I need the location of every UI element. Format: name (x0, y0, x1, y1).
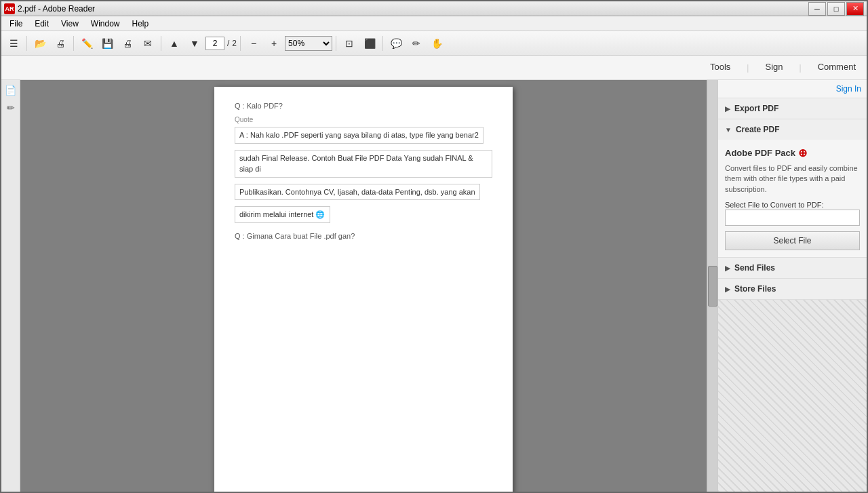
fit-width-button[interactable]: ⬛ (360, 34, 379, 53)
zoom-in-button[interactable]: + (264, 34, 283, 53)
sep1: | (747, 63, 749, 73)
pdf-a1-box4: dikirim melalui internet 🌐 (235, 206, 330, 223)
page-number-input[interactable] (205, 37, 224, 50)
toolbar-separator-5 (336, 36, 336, 51)
create-pdf-label: Create PDF (736, 125, 780, 134)
menu-help[interactable]: Help (127, 18, 155, 30)
pdf-scrollbar[interactable] (707, 80, 717, 492)
create-pdf-chevron: ▼ (725, 126, 732, 134)
page-nav: / 2 (205, 37, 237, 50)
fit-page-button[interactable]: ⊡ (340, 34, 359, 53)
send-files-chevron: ▶ (725, 264, 730, 272)
select-file-button[interactable]: Select File (725, 231, 860, 250)
comment-panel-button[interactable]: Comment (812, 59, 861, 76)
toolbar-separator-4 (240, 36, 241, 51)
adobe-pdf-pack-desc: Convert files to PDF and easily combine … (725, 163, 860, 195)
window-controls: ─ □ ✕ (808, 2, 864, 16)
print-envelope-button[interactable]: 🖨 (51, 34, 70, 53)
menu-window[interactable]: Window (85, 18, 125, 30)
store-files-section: ▶ Store Files (718, 279, 867, 300)
toolbar-separator-1 (26, 36, 27, 51)
scrollbar-thumb[interactable] (708, 266, 717, 307)
next-page-button[interactable]: ▼ (185, 34, 204, 53)
open-button[interactable]: 📂 (31, 34, 50, 53)
pdf-a1-box1: A : Nah kalo .PDF seperti yang saya bila… (235, 127, 484, 144)
export-pdf-label: Export PDF (734, 104, 778, 113)
pdf-q1-label: Q : Kalo PDF? (235, 100, 492, 112)
pdf-a1-box3: Publikasikan. Contohnya CV, Ijasah, data… (235, 184, 480, 201)
pdf-q2-label: Q : Gimana Cara buat File .pdf gan? (235, 231, 492, 242)
top-panel-bar: Tools | Sign | Comment (1, 56, 867, 80)
prev-page-button[interactable]: ▲ (165, 34, 184, 53)
email-button[interactable]: ✉ (138, 34, 157, 53)
right-panel-header: Sign In (718, 80, 867, 98)
adobe-pdf-pack-title: Adobe PDF Pack ⊕ (725, 146, 860, 159)
save-button[interactable]: 💾 (98, 34, 117, 53)
print-button[interactable]: 🖨 (118, 34, 137, 53)
left-sidebar: 📄 ✏ (1, 80, 20, 492)
tools-button[interactable]: Tools (705, 59, 736, 76)
store-files-label: Store Files (734, 284, 776, 294)
pdf-page-top: Q : Kalo PDF? Quote A : Nah kalo .PDF se… (214, 87, 513, 492)
select-file-label: Select File to Convert to PDF: (725, 201, 824, 209)
export-pdf-chevron: ▶ (725, 105, 730, 113)
send-files-label: Send Files (734, 263, 775, 273)
sign-in-link[interactable]: Sign In (836, 84, 861, 94)
adobe-pack-icon: ⊕ (798, 146, 807, 159)
export-pdf-section: ▶ Export PDF (718, 98, 867, 119)
pan-button[interactable]: ✋ (427, 34, 446, 53)
create-pdf-section: ▼ Create PDF Adobe PDF Pack ⊕ Convert fi… (718, 119, 867, 258)
send-files-section: ▶ Send Files (718, 258, 867, 279)
right-panel: Sign In ▶ Export PDF ▼ Create PDF Adobe … (717, 80, 867, 492)
quote-label-1: Quote (235, 116, 253, 123)
menu-view[interactable]: View (56, 18, 84, 30)
close-button[interactable]: ✕ (846, 2, 864, 16)
page-total-label: 2 (232, 39, 237, 48)
main-area: 📄 ✏ Q : Kalo PDF? Quote A : Nah kalo .PD… (1, 80, 867, 492)
highlight-button[interactable]: ✏ (407, 34, 426, 53)
edit-button[interactable]: ✏️ (77, 34, 96, 53)
sep2: | (800, 63, 802, 73)
store-files-header[interactable]: ▶ Store Files (718, 279, 867, 299)
menu-bar: File Edit View Window Help (1, 16, 867, 31)
right-panel-hatch (718, 300, 867, 492)
store-files-chevron: ▶ (725, 285, 730, 293)
comment-button[interactable]: 💬 (387, 34, 406, 53)
menu-file[interactable]: File (4, 18, 28, 30)
app-icon: AR (4, 3, 15, 14)
menu-edit[interactable]: Edit (29, 18, 54, 30)
pdf-a1-box2: sudah Final Release. Contoh Buat File PD… (235, 150, 492, 178)
toolbar-separator-3 (161, 36, 161, 51)
toolbar: ☰ 📂 🖨 ✏️ 💾 🖨 ✉ ▲ ▼ / 2 − + 50% 75% 100% … (1, 31, 867, 56)
send-files-header[interactable]: ▶ Send Files (718, 258, 867, 278)
window-title: 2.pdf - Adobe Reader (18, 4, 95, 14)
zoom-select[interactable]: 50% 75% 100% 125% 150% 200% (285, 36, 332, 51)
hamburger-button[interactable]: ☰ (4, 34, 23, 53)
create-pdf-body: Adobe PDF Pack ⊕ Convert files to PDF an… (718, 140, 867, 257)
sign-button[interactable]: Sign (760, 59, 788, 76)
sidebar-tools-icon[interactable]: ✏ (3, 100, 18, 115)
minimize-button[interactable]: ─ (808, 2, 826, 16)
page-separator: / (227, 39, 229, 48)
toolbar-separator-2 (73, 36, 74, 51)
sidebar-pages-icon[interactable]: 📄 (3, 83, 18, 98)
zoom-out-button[interactable]: − (244, 34, 263, 53)
pdf-area: Q : Kalo PDF? Quote A : Nah kalo .PDF se… (20, 80, 707, 492)
title-bar: AR 2.pdf - Adobe Reader ─ □ ✕ (1, 1, 867, 16)
select-file-input[interactable] (725, 210, 860, 226)
restore-button[interactable]: □ (827, 2, 845, 16)
toolbar-separator-6 (382, 36, 383, 51)
export-pdf-header[interactable]: ▶ Export PDF (718, 98, 867, 119)
create-pdf-header[interactable]: ▼ Create PDF (718, 119, 867, 140)
